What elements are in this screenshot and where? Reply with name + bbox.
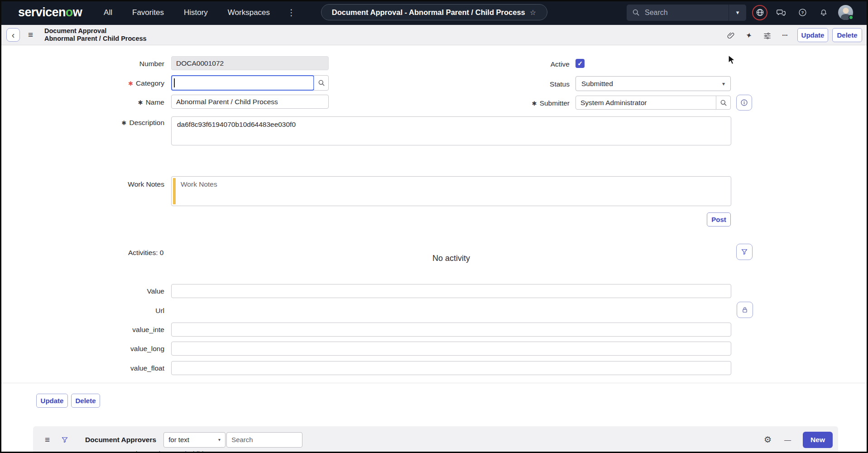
nav-more-menu-icon[interactable]: ⋮ <box>287 7 296 18</box>
form-title-table: Document Approval <box>44 27 147 35</box>
value-inte-label: value_inte <box>65 326 164 334</box>
category-input[interactable] <box>171 75 314 91</box>
submitter-preview-button[interactable] <box>736 95 752 111</box>
list-context-menu-icon[interactable]: ≡ <box>45 435 50 445</box>
sliders-icon <box>763 31 772 40</box>
value-input[interactable] <box>171 284 731 298</box>
description-textarea[interactable]: da6f8c93f6194070b10d64483ee030f0 <box>171 116 731 145</box>
value-float-input[interactable] <box>171 361 731 375</box>
activity-filter-button[interactable] <box>736 244 753 260</box>
record-title-pill[interactable]: Document Approval - Abnormal Parent / Ch… <box>321 4 547 20</box>
required-icon: ✱ <box>532 100 537 107</box>
help-icon: ? <box>798 8 807 17</box>
description-label: ✱Description <box>65 119 164 127</box>
post-button[interactable]: Post <box>707 212 731 226</box>
screen-frame <box>0 0 868 453</box>
related-list-partial-row: Abnormal Parent / Child Process <box>131 450 448 452</box>
nav-item-workspaces[interactable]: Workspaces <box>228 8 270 17</box>
value-label: Value <box>65 287 164 295</box>
global-search: ▾ <box>627 5 746 21</box>
status-value: Submitted <box>581 80 613 88</box>
work-notes-label: Work Notes <box>65 180 164 188</box>
url-lock-button[interactable] <box>737 302 753 318</box>
form-header-bar: ‹ ≡ Document Approval Abnormal Parent / … <box>0 25 868 45</box>
avatar-face <box>843 8 849 14</box>
submitter-input[interactable] <box>575 96 716 110</box>
connect-globe-button[interactable] <box>752 5 767 20</box>
url-label: Url <box>65 307 164 315</box>
attachment-button[interactable] <box>725 30 736 41</box>
list-settings-gear-icon[interactable]: ⚙ <box>764 434 772 445</box>
check-icon: ✓ <box>577 60 583 67</box>
footer-update-button[interactable]: Update <box>36 394 68 408</box>
update-button[interactable]: Update <box>797 28 828 42</box>
notifications-button[interactable] <box>816 5 831 20</box>
form-title: Document Approval Abnormal Parent / Chil… <box>44 27 147 43</box>
paperclip-icon <box>727 31 735 40</box>
top-nav: servicenow All Favorites History Workspa… <box>0 0 868 25</box>
globe-icon <box>756 8 764 17</box>
lock-icon <box>741 306 749 314</box>
personalize-form-button[interactable] <box>762 30 772 41</box>
nav-right-cluster: ▾ ? <box>627 0 858 25</box>
status-select[interactable]: Submitted ▾ <box>575 76 731 91</box>
new-record-button[interactable]: New <box>803 432 833 448</box>
required-icon: ✱ <box>122 120 127 126</box>
submitter-lookup-button[interactable] <box>716 96 731 110</box>
list-filter-button[interactable] <box>61 436 69 444</box>
value-long-label: value_long <box>65 345 164 353</box>
list-collapse-icon[interactable]: — <box>784 436 791 443</box>
category-lookup-button[interactable] <box>314 75 329 91</box>
logo-text-end: w <box>73 5 82 19</box>
global-search-main[interactable] <box>627 5 729 21</box>
servicenow-logo[interactable]: servicenow <box>18 5 82 19</box>
submitter-label: ✱Submitter <box>470 99 570 107</box>
list-search-type-select[interactable]: for text ▾ <box>163 432 225 448</box>
no-activity-message: No activity <box>171 254 731 263</box>
value-long-input[interactable] <box>171 342 731 356</box>
name-input[interactable] <box>171 95 329 109</box>
active-label: Active <box>470 60 570 68</box>
chat-icon <box>776 8 786 18</box>
description-value: da6f8c93f6194070b10d64483ee030f0 <box>177 120 296 128</box>
help-button[interactable]: ? <box>795 5 810 20</box>
related-list-title: Document Approvers <box>85 436 156 444</box>
search-icon <box>318 79 325 87</box>
more-options-button[interactable]: ••• <box>780 30 791 41</box>
text-cursor <box>174 78 175 87</box>
search-scope-caret[interactable]: ▾ <box>729 5 746 21</box>
chevron-down-icon: ▾ <box>218 437 221 442</box>
activities-count-label: Activities: 0 <box>128 249 163 257</box>
section-divider <box>0 383 868 383</box>
mouse-cursor <box>728 55 738 66</box>
work-notes-textarea[interactable]: Work Notes <box>171 176 731 206</box>
favorite-star-icon[interactable]: ☆ <box>530 8 536 17</box>
record-title-text: Document Approval - Abnormal Parent / Ch… <box>332 8 525 17</box>
nav-item-favorites[interactable]: Favorites <box>132 8 164 17</box>
value-inte-input[interactable] <box>171 323 731 337</box>
number-input[interactable] <box>171 56 329 70</box>
ai-sparkle-button[interactable]: ✦ <box>743 29 755 42</box>
list-search-input[interactable] <box>226 432 302 448</box>
delete-button[interactable]: Delete <box>832 28 862 42</box>
presence-status-dot <box>849 15 854 20</box>
nav-menu: All Favorites History Workspaces <box>104 8 270 17</box>
bell-icon <box>819 8 828 17</box>
search-type-value: for text <box>168 436 189 443</box>
active-checkbox[interactable]: ✓ <box>575 59 585 68</box>
svg-text:?: ? <box>801 10 804 15</box>
nav-item-history[interactable]: History <box>184 8 208 17</box>
logo-text: servicen <box>18 5 66 19</box>
value-float-label: value_float <box>65 364 164 372</box>
nav-item-all[interactable]: All <box>104 8 112 17</box>
chevron-down-icon: ▾ <box>722 81 725 87</box>
back-button[interactable]: ‹ <box>6 28 20 42</box>
info-icon <box>740 98 748 107</box>
search-icon <box>632 9 640 16</box>
global-search-input[interactable] <box>644 8 705 17</box>
form-context-menu-icon[interactable]: ≡ <box>28 30 33 40</box>
chat-button[interactable] <box>773 5 789 20</box>
sparkle-icon: ✦ <box>745 30 753 41</box>
footer-delete-button[interactable]: Delete <box>71 394 100 408</box>
related-list-actions: ⚙ — New <box>764 432 833 448</box>
